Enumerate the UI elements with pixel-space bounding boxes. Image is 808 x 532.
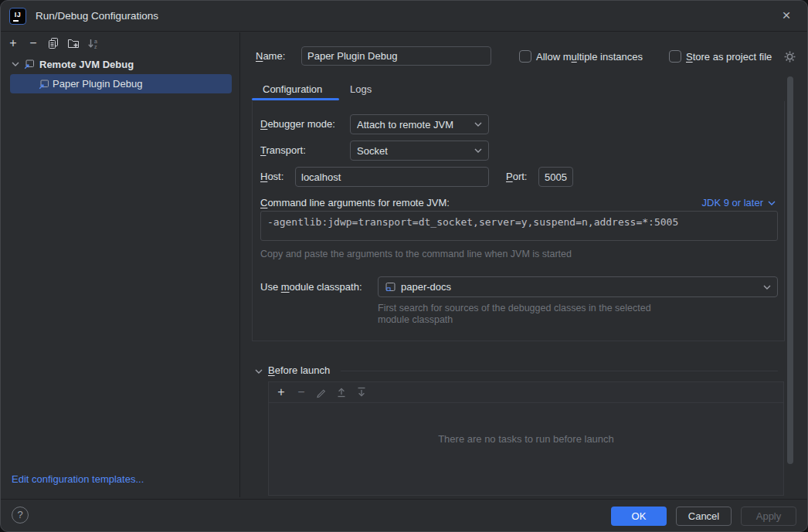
apply-button[interactable]: Apply	[741, 507, 796, 526]
store-as-project-file-label: Store as project file	[686, 51, 772, 63]
command-line-args-label: Command line arguments for remote JVM:	[260, 197, 450, 208]
module-classpath-hint-line2: module classpath	[378, 314, 453, 325]
dialog-title: Run/Debug Configurations	[36, 10, 158, 22]
close-icon[interactable]: ×	[777, 7, 796, 25]
name-label: Name:	[256, 50, 285, 62]
svg-text:a: a	[94, 39, 97, 44]
copy-configuration-icon[interactable]	[47, 37, 59, 49]
port-input[interactable]	[538, 167, 573, 187]
store-as-project-file-checkbox[interactable]	[669, 50, 681, 63]
host-label: Host:	[260, 171, 283, 182]
transport-label: Transport:	[260, 144, 306, 156]
tree-item-label: Paper Plugin Debug	[53, 78, 142, 90]
jdk-version-selector[interactable]: JDK 9 or later	[702, 197, 776, 208]
module-icon	[385, 281, 396, 293]
tab-logs[interactable]: Logs	[350, 83, 372, 95]
allow-multiple-instances-checkbox[interactable]	[519, 50, 531, 63]
chevron-down-icon	[763, 285, 771, 290]
run-debug-configurations-dialog: IJ Run/Debug Configurations × + − az Rem…	[0, 0, 808, 532]
jdk-version-value: JDK 9 or later	[702, 197, 763, 208]
sidebar-toolbar: + − az	[1, 32, 239, 54]
tree-group-label: Remote JVM Debug	[39, 59, 134, 70]
chevron-down-icon	[474, 122, 482, 127]
debugger-mode-label: Debugger mode:	[260, 118, 335, 130]
command-line-args-field[interactable]: -agentlib:jdwp=transport=dt_socket,serve…	[260, 211, 778, 241]
transport-value: Socket	[357, 145, 470, 157]
vertical-scrollbar[interactable]	[787, 76, 793, 464]
add-task-icon[interactable]: +	[275, 386, 287, 398]
new-folder-icon[interactable]	[67, 37, 80, 49]
ok-button[interactable]: OK	[611, 507, 667, 526]
add-configuration-icon[interactable]: +	[7, 37, 19, 49]
titlebar: IJ Run/Debug Configurations ×	[1, 1, 807, 32]
chevron-down-icon	[768, 201, 776, 205]
tree-group-remote-jvm-debug[interactable]: Remote JVM Debug	[1, 54, 239, 74]
move-down-icon[interactable]	[355, 386, 368, 398]
module-classpath-hint-line1: First search for sources of the debugged…	[378, 303, 651, 313]
remote-debug-icon	[38, 78, 50, 90]
dialog-footer: ? OK Cancel Apply	[1, 499, 807, 531]
active-tab-indicator	[252, 98, 339, 100]
before-launch-separator	[341, 371, 778, 371]
move-up-icon[interactable]	[335, 386, 348, 398]
chevron-down-icon	[12, 62, 19, 66]
remove-configuration-icon[interactable]: −	[27, 37, 39, 49]
edit-task-icon[interactable]	[315, 386, 328, 398]
configurations-sidebar: + − az Remote JVM Debug Paper Plugin Deb…	[1, 32, 240, 497]
edit-configuration-templates-link[interactable]: Edit configuration templates...	[12, 473, 144, 485]
svg-text:z: z	[94, 44, 97, 49]
help-icon[interactable]: ?	[12, 507, 29, 524]
allow-multiple-instances-label: Allow multiple instances	[536, 51, 643, 63]
remove-task-icon[interactable]: −	[295, 386, 307, 398]
before-launch-label: Before launch	[268, 364, 330, 376]
before-launch-empty-text: There are no tasks to run before launch	[269, 433, 783, 445]
store-options-gear-icon[interactable]	[783, 50, 796, 63]
tree-item-paper-plugin-debug[interactable]: Paper Plugin Debug	[10, 74, 232, 93]
tab-configuration[interactable]: Configuration	[263, 83, 322, 95]
intellij-logo-icon: IJ	[9, 8, 26, 25]
before-launch-collapse-icon[interactable]	[255, 369, 263, 374]
transport-select[interactable]: Socket	[350, 141, 489, 161]
before-launch-task-list: + − There are no tasks to run before lau…	[268, 381, 784, 496]
host-input[interactable]	[295, 167, 489, 187]
port-label: Port:	[506, 171, 527, 182]
before-launch-toolbar: + −	[269, 382, 783, 403]
remote-debug-icon	[23, 58, 36, 70]
module-classpath-value: paper-docs	[401, 281, 759, 293]
chevron-down-icon	[474, 148, 482, 153]
logo-text: IJ	[10, 11, 25, 19]
module-classpath-select[interactable]: paper-docs	[378, 276, 778, 297]
module-classpath-label: Use module classpath:	[260, 281, 362, 293]
debugger-mode-select[interactable]: Attach to remote JVM	[350, 114, 489, 134]
cancel-button[interactable]: Cancel	[676, 507, 732, 526]
name-input[interactable]	[301, 46, 491, 66]
sort-alphabetically-icon[interactable]: az	[87, 37, 100, 49]
command-line-args-hint: Copy and paste the arguments to the comm…	[260, 249, 572, 259]
debugger-mode-value: Attach to remote JVM	[357, 119, 470, 130]
